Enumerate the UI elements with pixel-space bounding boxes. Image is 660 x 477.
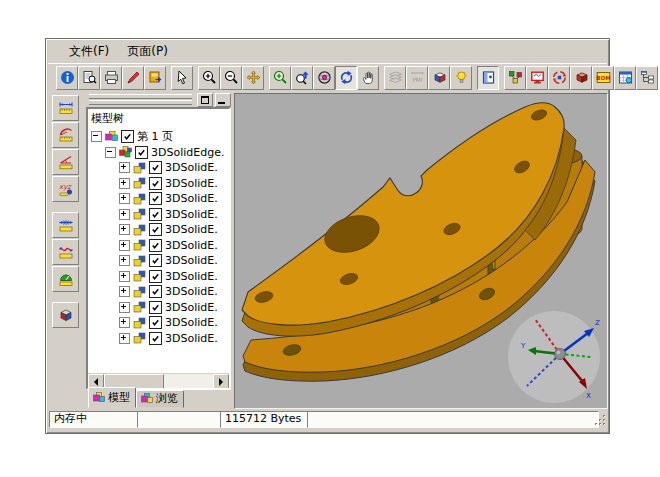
measure-distance-button[interactable]: [52, 212, 79, 238]
tree-checkbox[interactable]: [149, 301, 162, 314]
zoom-dynamic-button[interactable]: [291, 66, 313, 90]
tree-item-label[interactable]: 3DSolidE.: [165, 301, 218, 314]
expand-icon[interactable]: [119, 271, 130, 282]
expand-icon[interactable]: [119, 286, 130, 297]
tree-checkbox[interactable]: [149, 223, 162, 236]
tree-checkbox[interactable]: [149, 239, 162, 252]
measure-linear-button[interactable]: [52, 95, 79, 121]
zoom-window-button[interactable]: [269, 66, 291, 90]
tree-checkbox[interactable]: [121, 130, 134, 143]
tree-checkbox[interactable]: [149, 254, 162, 267]
select-cursor-button[interactable]: [171, 66, 193, 90]
measure-curve-button[interactable]: [52, 239, 79, 265]
tree-item-label[interactable]: 3DSolidE.: [165, 270, 218, 283]
tree-row-part[interactable]: 3DSolidE.: [88, 284, 229, 300]
tree-row-part[interactable]: 3DSolidE.: [88, 222, 229, 238]
tree-row-page[interactable]: 第 1 页: [88, 129, 229, 145]
scroll-right-button[interactable]: [213, 374, 229, 389]
tree-row-part[interactable]: 3DSolidE.: [88, 300, 229, 316]
zoom-out-button[interactable]: [220, 66, 242, 90]
tree-checkbox[interactable]: [149, 177, 162, 190]
tree-checkbox[interactable]: [149, 316, 162, 329]
view-cube-button[interactable]: [428, 66, 450, 90]
measure-gauge-button[interactable]: [52, 266, 79, 292]
collapse-icon[interactable]: [91, 131, 102, 142]
expand-icon[interactable]: [119, 302, 130, 313]
tree-row-assembly[interactable]: 3DSolidEdge.: [88, 145, 229, 161]
tree-item-label[interactable]: 3DSolidE.: [165, 254, 218, 267]
tree-checkbox[interactable]: [149, 161, 162, 174]
expand-icon[interactable]: [119, 178, 130, 189]
expand-icon[interactable]: [119, 193, 130, 204]
tab-browse[interactable]: 浏览: [136, 390, 184, 408]
tree-item-label[interactable]: 3DSolidE.: [165, 192, 218, 205]
menu-page[interactable]: 页面(P): [118, 41, 177, 62]
resize-grip[interactable]: [594, 414, 607, 427]
expand-icon[interactable]: [119, 240, 130, 251]
refresh-button[interactable]: [335, 66, 357, 90]
bom-button[interactable]: BOM: [592, 66, 614, 90]
print-preview-button[interactable]: [78, 66, 100, 90]
tree-item-label[interactable]: 3DSolidE.: [165, 208, 218, 221]
tree-row-part[interactable]: 3DSolidE.: [88, 253, 229, 269]
tree-item-label[interactable]: 3DSolidE.: [165, 332, 218, 345]
collapse-icon[interactable]: [105, 147, 116, 158]
orbit-button[interactable]: [313, 66, 335, 90]
tree-row-part[interactable]: 3DSolidE.: [88, 191, 229, 207]
tree-checkbox[interactable]: [149, 208, 162, 221]
viewport[interactable]: Z X Y: [234, 93, 608, 409]
tree-row-part[interactable]: 3DSolidE.: [88, 176, 229, 192]
tree-row-part[interactable]: 3DSolidE.: [88, 207, 229, 223]
panel-toggle-button[interactable]: [477, 66, 499, 90]
tree-item-label[interactable]: 3DSolidE.: [165, 239, 218, 252]
tree-row-part[interactable]: 3DSolidE.: [88, 331, 229, 347]
explode-view-button[interactable]: [570, 66, 592, 90]
light-button[interactable]: [450, 66, 472, 90]
tree-item-label[interactable]: 3DSolidEdge.: [151, 146, 224, 159]
tree-checkbox[interactable]: [149, 332, 162, 345]
expand-icon[interactable]: [119, 209, 130, 220]
tree-checkbox[interactable]: [135, 146, 148, 159]
measure-coordinate-button[interactable]: xyz: [52, 176, 79, 202]
tree-item-label[interactable]: 3DSolidE.: [165, 285, 218, 298]
panel-grip[interactable]: [89, 94, 192, 106]
menu-file[interactable]: 文件(F): [60, 41, 118, 62]
tab-model[interactable]: 模型: [88, 387, 136, 408]
zoom-in-button[interactable]: [198, 66, 220, 90]
expand-icon[interactable]: [119, 333, 130, 344]
print-button[interactable]: [100, 66, 122, 90]
tree-item-label[interactable]: 第 1 页: [137, 129, 173, 144]
markup-button[interactable]: [122, 66, 144, 90]
tree-item-label[interactable]: 3DSolidE.: [165, 161, 218, 174]
model-tree[interactable]: 模型树 第 1 页 3DSolidEdge. 3DSolidE.: [86, 107, 231, 390]
tree-checkbox[interactable]: [149, 270, 162, 283]
zoom-pan-button[interactable]: [242, 66, 264, 90]
expand-icon[interactable]: [119, 255, 130, 266]
tree-row-part[interactable]: 3DSolidE.: [88, 160, 229, 176]
viewport-canvas[interactable]: Z X Y: [235, 94, 607, 408]
snapshot-button[interactable]: [526, 66, 548, 90]
panel-header[interactable]: [86, 93, 231, 106]
tree-item-label[interactable]: 3DSolidE.: [165, 223, 218, 236]
panel-restore-button[interactable]: [197, 93, 213, 107]
tree-row-part[interactable]: 3DSolidE.: [88, 269, 229, 285]
assembly-tree-button[interactable]: [504, 66, 526, 90]
expand-icon[interactable]: [119, 224, 130, 235]
tree-item-label[interactable]: 3DSolidE.: [165, 177, 218, 190]
panel-minimize-button[interactable]: [215, 93, 231, 107]
measure-radius-button[interactable]: [52, 122, 79, 148]
view-box-button[interactable]: [52, 302, 79, 328]
tree-row-part[interactable]: 3DSolidE.: [88, 238, 229, 254]
tree-horizontal-scrollbar[interactable]: [88, 373, 229, 388]
export-button[interactable]: [144, 66, 166, 90]
pan-hand-button[interactable]: [357, 66, 379, 90]
structure-tree-button[interactable]: [636, 66, 658, 90]
layers-button[interactable]: [384, 66, 406, 90]
spin-animation-button[interactable]: [548, 66, 570, 90]
tree-row-part[interactable]: 3DSolidE.: [88, 315, 229, 331]
tree-checkbox[interactable]: [149, 285, 162, 298]
info-button[interactable]: [56, 66, 78, 90]
tree-checkbox[interactable]: [149, 192, 162, 205]
expand-icon[interactable]: [119, 162, 130, 173]
tree-item-label[interactable]: 3DSolidE.: [165, 316, 218, 329]
